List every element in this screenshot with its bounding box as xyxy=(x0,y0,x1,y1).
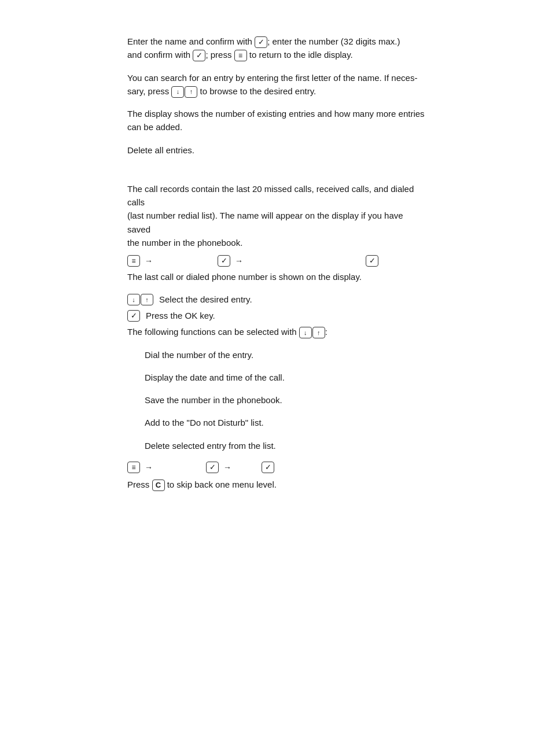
ok-row: ✓ Press the OK key. xyxy=(127,309,425,323)
display-text: The display shows the number of existing… xyxy=(127,109,425,132)
c-key-icon: C xyxy=(152,480,165,491)
delete-entry-text: Delete selected entry from the list. xyxy=(145,441,276,451)
call-records-section: The call records contain the last 20 mis… xyxy=(127,182,425,491)
search-text-2: sary, press xyxy=(127,86,169,96)
last-call-text: The last call or dialed phone number is … xyxy=(127,272,362,282)
nav-down-icon-1: ↓ xyxy=(171,86,184,98)
call-records-intro: The call records contain the last 20 mis… xyxy=(127,182,425,249)
bottom-flow-row: ≡ → ✓ → ✓ xyxy=(127,462,425,473)
check-icon-flow2b: ✓ xyxy=(262,462,274,473)
press-c-paragraph: Press C to skip back one menu level. xyxy=(127,478,425,491)
check-icon-flow2: ✓ xyxy=(206,462,219,473)
functions-line: The following functions can be selected … xyxy=(127,325,425,338)
add-dnd: Add to the "Do not Disturb" list. xyxy=(145,416,425,429)
cr-text-2: (last number redial list). The name will… xyxy=(127,211,403,234)
arrow-4: → xyxy=(223,463,231,472)
display-date: Display the date and time of the call. xyxy=(145,371,425,384)
intro-text-2: and confirm with xyxy=(127,50,190,60)
delete-entry: Delete selected entry from the list. xyxy=(145,439,425,452)
delete-paragraph: Delete all entries. xyxy=(127,143,425,157)
nav-down-icon-3: ↓ xyxy=(299,327,312,338)
nav-down-icon-2: ↓ xyxy=(127,294,140,305)
last-call-line: The last call or dialed phone number is … xyxy=(127,270,425,283)
search-text-2b: to browse to the desired entry. xyxy=(200,86,317,96)
arrow-2: → xyxy=(235,256,243,265)
flow-row-1: ≡ → ✓ → ✓ xyxy=(127,255,425,267)
functions-colon: : xyxy=(325,327,327,337)
arrow-3: → xyxy=(145,463,153,472)
menu-icon-flow1: ≡ xyxy=(127,255,140,267)
check-icon-flow1b: ✓ xyxy=(366,255,378,267)
nav-pair-3: ↓↑ xyxy=(299,327,325,338)
display-paragraph: The display shows the number of existing… xyxy=(127,107,425,134)
arrow-1: → xyxy=(145,256,153,265)
nav-pair-1: ↓↑ xyxy=(171,86,197,98)
save-number: Save the number in the phonebook. xyxy=(145,393,425,407)
check-icon-flow1: ✓ xyxy=(218,255,230,267)
nav-pair-2: ↓↑ xyxy=(127,294,153,305)
display-date-text: Display the date and time of the call. xyxy=(145,373,285,382)
nav-up-icon-3: ↑ xyxy=(312,327,325,338)
check-icon-2: ✓ xyxy=(193,50,205,61)
intro-text-1b: ; enter the number (32 digits max.) xyxy=(267,36,400,46)
check-icon-1: ✓ xyxy=(255,36,267,48)
select-label: Select the desired entry. xyxy=(159,293,252,307)
nav-up-icon-1: ↑ xyxy=(185,86,197,98)
cr-text-3: the number in the phonebook. xyxy=(127,238,242,248)
select-row: ↓↑ Select the desired entry. xyxy=(127,293,425,307)
skip-back-label: to skip back one menu level. xyxy=(167,480,277,489)
menu-icon-flow2: ≡ xyxy=(127,462,140,473)
functions-list: Dial the number of the entry. Display th… xyxy=(145,348,425,452)
save-number-text: Save the number in the phonebook. xyxy=(145,395,282,405)
cr-text-1: The call records contain the last 20 mis… xyxy=(127,184,414,207)
press-label: Press xyxy=(127,480,149,489)
add-dnd-text: Add to the "Do not Disturb" list. xyxy=(145,418,264,427)
intro-text-2b: ; press xyxy=(205,50,234,60)
intro-paragraph: Enter the name and confirm with ✓; enter… xyxy=(127,35,425,62)
intro-text-2c: to return to the idle display. xyxy=(249,50,353,60)
dial-text: Dial the number of the entry. xyxy=(145,350,253,360)
nav-up-icon-2: ↑ xyxy=(141,294,153,305)
delete-text: Delete all entries. xyxy=(127,145,194,155)
page-content: Enter the name and confirm with ✓; enter… xyxy=(0,35,552,491)
check-ok-icon: ✓ xyxy=(127,310,140,322)
menu-icon-1: ≡ xyxy=(234,50,247,61)
search-paragraph: You can search for an entry by entering … xyxy=(127,71,425,98)
functions-text: The following functions can be selected … xyxy=(127,327,297,337)
search-text-1: You can search for an entry by entering … xyxy=(127,73,417,83)
intro-text-1: Enter the name and confirm with xyxy=(127,36,252,46)
intro-section: Enter the name and confirm with ✓; enter… xyxy=(127,35,425,157)
dial-entry: Dial the number of the entry. xyxy=(145,348,425,362)
ok-label: Press the OK key. xyxy=(146,309,215,323)
